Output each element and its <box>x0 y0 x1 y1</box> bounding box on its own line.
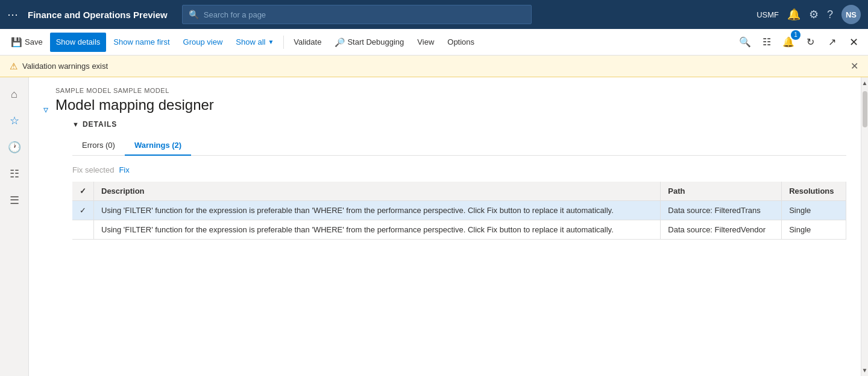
action-row: Fix selected Fix <box>72 165 846 174</box>
sidebar-item-home[interactable]: ⌂ <box>2 82 27 106</box>
warning-icon: ⚠ <box>10 61 17 72</box>
app-title: Finance and Operations Preview <box>28 10 168 20</box>
show-details-label: Show details <box>56 37 101 46</box>
table-row[interactable]: ✓Using 'FILTER' function for the express… <box>72 201 846 220</box>
start-debugging-label: Start Debugging <box>347 37 404 46</box>
show-all-label: Show all <box>236 37 265 46</box>
sidebar-item-workspaces[interactable]: ☷ <box>2 162 27 186</box>
cmd-right: 🔍 ☷ 🔔 1 ↻ ↗ ✕ <box>735 33 863 52</box>
layout-icon[interactable]: ☷ <box>757 33 776 52</box>
search-input[interactable] <box>204 10 525 19</box>
save-icon: 💾 <box>11 37 22 48</box>
top-nav-right: USMF 🔔 ⚙ ? NS <box>756 5 861 24</box>
separator-1 <box>283 36 284 49</box>
grid-icon[interactable]: ⋯ <box>7 8 18 21</box>
sidebar-item-recent[interactable]: 🕐 <box>2 135 27 159</box>
validate-label: Validate <box>294 37 321 46</box>
col-resolutions: Resolutions <box>782 182 846 201</box>
details-label: DETAILS <box>83 120 117 129</box>
tab-warnings[interactable]: Warnings (2) <box>125 136 191 156</box>
row-check-cell[interactable]: ✓ <box>72 201 94 220</box>
validate-button[interactable]: Validate <box>288 33 327 52</box>
row-path: Data source: FilteredTrans <box>661 201 782 220</box>
search-bar[interactable]: 🔍 <box>182 5 532 24</box>
show-name-first-label: Show name first <box>113 37 169 46</box>
left-sidebar: ⌂ ☆ 🕐 ☷ ☰ <box>0 77 29 376</box>
options-button[interactable]: Options <box>441 33 480 52</box>
avatar[interactable]: NS <box>841 5 861 24</box>
scroll-thumb[interactable] <box>863 91 867 127</box>
filter-icon-button[interactable]: ▿ <box>43 104 48 115</box>
row-path: Data source: FilteredVendor <box>661 220 782 240</box>
col-check: ✓ <box>72 182 94 201</box>
settings-icon[interactable]: ⚙ <box>809 8 819 21</box>
view-label: View <box>417 37 434 46</box>
main-layout: ⌂ ☆ 🕐 ☷ ☰ ▿ SAMPLE MODEL SAMPLE MODEL Mo… <box>0 77 868 376</box>
table-header-row: ✓ Description Path Resolutions <box>72 182 846 201</box>
view-button[interactable]: View <box>411 33 440 52</box>
refresh-icon[interactable]: ↻ <box>800 33 820 52</box>
row-description: Using 'FILTER' function for the expressi… <box>94 201 661 220</box>
group-view-button[interactable]: Group view <box>177 33 229 52</box>
options-label: Options <box>447 37 474 46</box>
notifications-icon[interactable]: 🔔 <box>787 8 800 21</box>
show-all-dropdown-icon: ▼ <box>268 39 274 45</box>
notification-bar: ⚠ Validation warnings exist ✕ <box>0 56 868 77</box>
fix-selected-button-disabled: Fix selected <box>72 165 114 174</box>
search-cmd-icon[interactable]: 🔍 <box>735 33 755 52</box>
notification-count-badge: 1 <box>791 30 800 40</box>
user-code: USMF <box>756 10 779 19</box>
start-debugging-button[interactable]: 🔎 Start Debugging <box>329 33 410 52</box>
fix-button[interactable]: Fix <box>119 165 129 174</box>
content-area: ▿ SAMPLE MODEL SAMPLE MODEL Model mappin… <box>29 77 861 376</box>
col-description: Description <box>94 182 661 201</box>
sidebar-item-favorites[interactable]: ☆ <box>2 109 27 133</box>
tab-errors[interactable]: Errors (0) <box>72 136 125 156</box>
save-label: Save <box>25 37 43 46</box>
show-name-first-button[interactable]: Show name first <box>107 33 175 52</box>
row-resolutions: Single <box>782 201 846 220</box>
breadcrumb: SAMPLE MODEL SAMPLE MODEL <box>55 87 214 94</box>
sidebar-item-modules[interactable]: ☰ <box>2 188 27 212</box>
close-button[interactable]: ✕ <box>844 33 863 52</box>
page-header: ▿ SAMPLE MODEL SAMPLE MODEL Model mappin… <box>29 77 861 120</box>
details-section: ▼ DETAILS Errors (0) Warnings (2) Fix se… <box>29 120 861 249</box>
col-path: Path <box>661 182 782 201</box>
details-header[interactable]: ▼ DETAILS <box>72 120 846 129</box>
help-icon[interactable]: ? <box>827 8 833 21</box>
warnings-table: ✓ Description Path Resolutions ✓Using 'F… <box>72 182 846 240</box>
show-all-button[interactable]: Show all ▼ <box>230 33 280 52</box>
notification-close-button[interactable]: ✕ <box>851 60 858 72</box>
table-row[interactable]: Using 'FILTER' function for the expressi… <box>72 220 846 240</box>
notification-text: Validation warnings exist <box>22 62 108 71</box>
page-title: Model mapping designer <box>55 97 214 113</box>
row-description: Using 'FILTER' function for the expressi… <box>94 220 661 240</box>
tabs-container: Errors (0) Warnings (2) <box>72 136 846 156</box>
search-icon: 🔍 <box>189 10 199 19</box>
notifications-cmd: 🔔 1 <box>779 33 798 52</box>
group-view-label: Group view <box>183 37 223 46</box>
checkmark-icon: ✓ <box>80 206 86 215</box>
details-toggle-icon: ▼ <box>72 121 79 128</box>
open-in-new-icon[interactable]: ↗ <box>822 33 841 52</box>
command-bar: 💾 Save Show details Show name first Grou… <box>0 29 868 56</box>
top-nav: ⋯ Finance and Operations Preview 🔍 USMF … <box>0 0 868 29</box>
show-details-button[interactable]: Show details <box>50 33 107 52</box>
page-title-area: SAMPLE MODEL SAMPLE MODEL Model mapping … <box>55 87 214 113</box>
row-check-cell[interactable] <box>72 220 94 240</box>
debug-icon: 🔎 <box>335 37 345 47</box>
right-scrollbar: ▲ ▼ <box>861 77 868 376</box>
save-button[interactable]: 💾 Save <box>5 33 49 52</box>
row-resolutions: Single <box>782 220 846 240</box>
